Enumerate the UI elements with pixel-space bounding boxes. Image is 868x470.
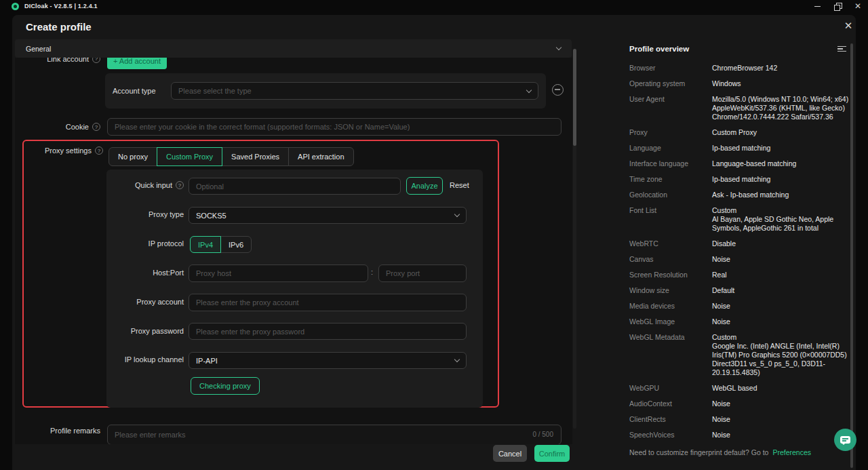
overview-row-value: ChromeBrowser 142 <box>712 64 777 73</box>
sidebar-scrollbar[interactable] <box>850 43 853 468</box>
overview-row-value: Noise <box>712 255 730 264</box>
overview-row: SpeechVoicesNoise <box>629 431 849 439</box>
proxy-settings-label: Proxy settings ? <box>22 146 103 155</box>
proxy-tab-saved-proxies[interactable]: Saved Proxies <box>222 147 289 166</box>
help-icon[interactable]: ? <box>92 123 100 131</box>
overview-row: AudioContextNoise <box>629 399 849 408</box>
overview-row-value: Ip-based matching <box>712 175 770 184</box>
dialog-close-icon[interactable]: ✕ <box>842 20 854 32</box>
overview-row-value: Default <box>712 286 734 295</box>
overview-row-label: Browser <box>629 64 712 73</box>
create-profile-dialog: Create profile ✕ General Link account ? … <box>12 15 856 470</box>
ip-protocol-label: IP protocol <box>106 239 184 248</box>
overview-row-label: AudioContext <box>629 399 712 408</box>
host-port-label: Host:Port <box>106 269 184 277</box>
overview-row-value: Ask - Ip-based matching <box>712 191 789 199</box>
proxy-tab-custom-proxy[interactable]: Custom Proxy <box>157 147 222 166</box>
ip-lookup-channel-label: IP lookup channel <box>106 355 184 364</box>
checking-proxy-button[interactable]: Checking proxy <box>191 377 260 395</box>
overview-row: CanvasNoise <box>629 255 849 264</box>
overview-row-value: Mozilla/5.0 (Windows NT 10.0; Win64; x64… <box>712 95 849 121</box>
overview-row-value: Noise <box>712 399 730 408</box>
form-scrollbar[interactable] <box>573 49 576 429</box>
cancel-button[interactable]: Cancel <box>493 445 527 462</box>
fingerprint-note: Need to customize fingerprint default? G… <box>629 448 768 456</box>
overview-row: BrowserChromeBrowser 142 <box>629 64 849 73</box>
proxy-host-input[interactable] <box>189 265 368 282</box>
window-close-button[interactable]: ✕ <box>848 0 868 12</box>
ip-lookup-channel-select[interactable]: IP-API <box>189 352 467 369</box>
app-logo-icon <box>12 3 19 10</box>
overview-row-value: Custom Google Inc. (Intel) ANGLE (Intel,… <box>712 333 849 377</box>
proxy-tab-api-extraction[interactable]: API extraction <box>288 147 353 166</box>
overview-row: Time zoneIp-based matching <box>629 175 849 184</box>
chat-widget-button[interactable] <box>834 429 856 451</box>
proxy-mode-tabs: No proxyCustom ProxySaved ProxiesAPI ext… <box>108 147 354 166</box>
ip-protocol-ipv6[interactable]: IPv6 <box>220 236 252 253</box>
overview-row-label: Screen Resolution <box>629 271 712 279</box>
help-icon[interactable]: ? <box>176 181 184 189</box>
overview-row-value: Noise <box>712 317 730 326</box>
overview-row-label: ClientRects <box>629 415 712 424</box>
analyze-button[interactable]: Analyze <box>406 177 443 195</box>
custom-proxy-panel: Quick input ? Analyze Reset Proxy type S… <box>106 170 483 408</box>
overview-row: Interface languageLanguage-based matchin… <box>629 159 849 168</box>
window-restore-button[interactable] <box>827 0 848 12</box>
add-account-button[interactable]: + Add account <box>107 58 167 69</box>
proxy-account-input[interactable] <box>189 294 467 311</box>
quick-input-field[interactable] <box>189 178 401 195</box>
overview-row-value: Real <box>712 271 727 279</box>
remarks-char-counter: 0 / 500 <box>532 431 553 438</box>
overview-row: WebGL ImageNoise <box>629 317 849 326</box>
overview-row-label: Interface language <box>629 159 712 168</box>
host-port-separator: : <box>371 268 373 276</box>
help-icon[interactable]: ? <box>92 58 100 63</box>
collapse-panel-icon[interactable] <box>837 46 846 52</box>
overview-row-label: SpeechVoices <box>629 431 712 439</box>
overview-row-label: Geolocation <box>629 191 712 199</box>
proxy-password-input[interactable] <box>189 323 467 340</box>
app-title: DICloak - V2.8.5 | 1.2.4.1 <box>24 3 98 9</box>
overview-row-label: Operating system <box>629 79 712 88</box>
overview-row-value: Custom Proxy <box>712 128 757 137</box>
quick-input-label: Quick input ? <box>106 181 184 189</box>
form-scrollbar-thumb[interactable] <box>573 49 576 146</box>
dialog-footer: Cancel Confirm <box>12 445 572 462</box>
overview-row-value: Language-based matching <box>712 159 796 168</box>
proxy-type-label: Proxy type <box>106 210 184 218</box>
window-titlebar: DICloak - V2.8.5 | 1.2.4.1 ✕ <box>0 0 868 12</box>
preferences-link[interactable]: Preferences <box>772 448 811 456</box>
proxy-tab-no-proxy[interactable]: No proxy <box>108 147 157 166</box>
reset-button[interactable]: Reset <box>450 181 469 189</box>
overview-row: Window sizeDefault <box>629 286 849 295</box>
profile-remarks-label: Profile remarks <box>19 426 100 435</box>
overview-row-value: Windows <box>712 79 741 88</box>
profile-overview-panel: Profile overview BrowserChromeBrowser 14… <box>617 45 849 456</box>
overview-row-label: WebGPU <box>629 384 712 393</box>
overview-row-value: WebGL based <box>712 384 757 393</box>
proxy-port-input[interactable] <box>378 265 467 282</box>
chevron-down-icon <box>454 212 460 217</box>
ip-protocol-ipv4[interactable]: IPv4 <box>190 236 221 253</box>
proxy-type-select[interactable]: SOCKS5 <box>189 207 467 224</box>
overview-row-label: WebGL Metadata <box>629 333 712 377</box>
window-minimize-button[interactable] <box>807 0 827 12</box>
profile-remarks-input[interactable] <box>107 425 561 444</box>
overview-row-value: Noise <box>712 415 730 424</box>
overview-row-value: Ip-based matching <box>712 144 770 153</box>
overview-row: WebRTCDisable <box>629 239 849 248</box>
overview-row: LanguageIp-based matching <box>629 144 849 153</box>
overview-row: WebGPUWebGL based <box>629 384 849 393</box>
confirm-button[interactable]: Confirm <box>534 445 570 462</box>
overview-row-label: Canvas <box>629 255 712 264</box>
overview-row-label: Language <box>629 144 712 153</box>
overview-row-label: WebRTC <box>629 239 712 248</box>
cookie-input[interactable] <box>107 118 561 136</box>
ip-protocol-toggle: IPv4IPv6 <box>190 236 252 253</box>
overview-row-label: Window size <box>629 286 712 295</box>
remove-account-icon[interactable] <box>552 84 564 96</box>
account-type-select[interactable]: Please select the type <box>171 82 538 100</box>
form-scroll-area: Link account ? + Add account Account typ… <box>15 58 572 444</box>
help-icon[interactable]: ? <box>95 146 103 155</box>
section-general-header[interactable]: General <box>15 39 572 58</box>
